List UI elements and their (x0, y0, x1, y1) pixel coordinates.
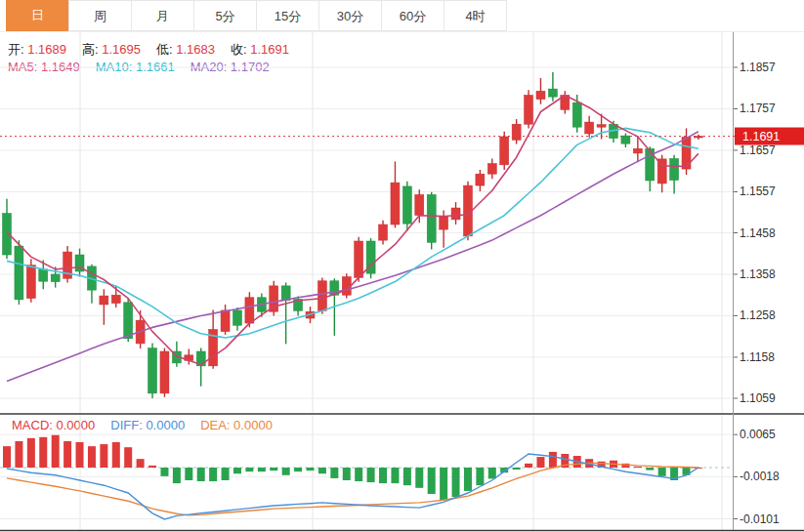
price-tick-label: 1.1358 (740, 267, 776, 281)
candle-body (633, 148, 642, 153)
macd-histogram-bar (536, 457, 544, 468)
macd-histogram-bar (112, 442, 120, 468)
macd-histogram-bar (318, 468, 326, 473)
macd-histogram-bar (39, 437, 47, 468)
macd-histogram-bar (173, 468, 181, 483)
candle-body (245, 298, 254, 323)
macd-histogram-bar (355, 468, 362, 481)
candle-body (391, 183, 400, 225)
candle-body (3, 214, 12, 255)
trading-chart-app: { "toolbar": { "tabs": [ {"label": "日", … (0, 0, 804, 532)
price-tick-label: 1.1158 (740, 350, 775, 364)
candle-body (39, 269, 48, 281)
candle-body (124, 303, 133, 339)
macd-histogram-bar (282, 468, 290, 475)
macd-histogram-bar (549, 452, 557, 468)
macd-histogram-bar (464, 468, 472, 491)
candle-body (15, 246, 23, 300)
price-tick-label: 1.1059 (740, 391, 776, 405)
candle-body (512, 124, 521, 140)
macd-histogram-bar (634, 467, 642, 468)
price-tick-label: 1.1458 (740, 226, 776, 240)
dea-line (7, 463, 698, 515)
candle-body (548, 89, 557, 97)
price-tick-label: 1.1258 (740, 308, 776, 322)
macd-histogram-bar (452, 468, 460, 497)
candle-body (317, 281, 326, 311)
macd-histogram-bar (415, 468, 423, 488)
macd-histogram-bar (76, 442, 84, 468)
candle-body (427, 194, 436, 242)
price-tick-label: 1.1857 (740, 61, 776, 74)
last-price-badge-label: 1.1691 (742, 130, 780, 143)
macd-histogram-bar (124, 447, 132, 468)
candle-body (415, 194, 424, 215)
macd-histogram-bar (258, 468, 266, 471)
macd-histogram-bar (658, 468, 666, 476)
macd-histogram-bar (15, 441, 22, 468)
candle-body (451, 208, 460, 220)
candle-body (51, 274, 60, 282)
candle-body (597, 125, 606, 128)
macd-histogram-bar (488, 468, 496, 478)
candle-body (100, 296, 108, 305)
macd-histogram-bar (403, 468, 411, 485)
macd-histogram-bar (160, 468, 168, 476)
price-tick-label: 1.1657 (740, 143, 776, 157)
macd-histogram-bar (367, 468, 375, 482)
macd-histogram-bar (513, 468, 521, 470)
macd-histogram-bar (88, 446, 96, 468)
candle-body (500, 137, 509, 165)
candle-body (26, 266, 35, 299)
candle-body (525, 95, 533, 124)
macd-histogram-bar (270, 468, 277, 471)
price-tick-label: 1.1757 (740, 102, 776, 115)
macd-tick-label: -0.0101 (740, 512, 780, 526)
macd-histogram-bar (148, 466, 156, 468)
macd-histogram-bar (197, 468, 205, 481)
macd-histogram-bar (525, 464, 532, 468)
candle-body (694, 137, 702, 139)
price-tick-label: 1.1557 (740, 184, 776, 198)
candle-body (148, 348, 157, 393)
macd-histogram-bar (3, 446, 11, 468)
candle-body (487, 164, 496, 175)
candlestick-chart[interactable]: 1.18571.17571.16571.15571.14581.13581.12… (0, 0, 804, 532)
macd-histogram-bar (294, 468, 302, 471)
macd-histogram-bar (428, 468, 436, 494)
candle-body (476, 174, 485, 185)
macd-histogram-bar (27, 438, 35, 468)
macd-histogram-bar (209, 468, 217, 481)
candle-body (536, 91, 545, 99)
candle-body (281, 286, 290, 301)
candle-body (621, 136, 630, 143)
macd-histogram-bar (185, 468, 192, 480)
candle-body (160, 351, 169, 393)
macd-histogram-bar (646, 468, 654, 471)
candle-body (402, 186, 411, 224)
macd-histogram-bar (233, 468, 241, 473)
macd-histogram-bar (63, 441, 71, 468)
macd-histogram-bar (307, 468, 315, 471)
candle-body (221, 310, 230, 332)
candle-body (111, 295, 120, 303)
candle-body (233, 310, 241, 325)
candle-body (585, 122, 594, 134)
macd-histogram-bar (379, 468, 387, 483)
macd-histogram-bar (440, 468, 447, 500)
ma20-line (7, 132, 698, 382)
macd-histogram-bar (222, 468, 230, 480)
macd-histogram-bar (52, 435, 60, 468)
macd-histogram-bar (100, 444, 107, 468)
macd-histogram-bar (476, 468, 484, 485)
candle-body (670, 158, 679, 180)
candle-body (440, 217, 448, 229)
macd-histogram-bar (330, 468, 338, 478)
macd-tick-label: 0.0065 (740, 428, 776, 441)
macd-histogram-bar (137, 459, 145, 468)
macd-histogram-bar (391, 468, 399, 483)
macd-tick-label: -0.0018 (740, 470, 780, 483)
candle-body (572, 102, 581, 127)
macd-histogram-bar (245, 468, 253, 471)
candle-body (379, 225, 388, 240)
